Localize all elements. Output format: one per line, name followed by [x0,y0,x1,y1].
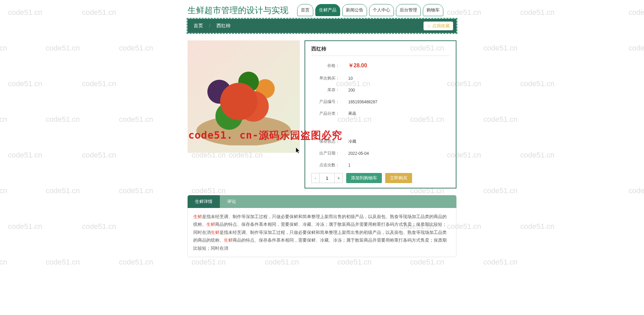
stock-value: 200 [348,88,355,93]
nav-home[interactable]: 首页 [297,4,313,16]
breadcrumb-sep: / [209,23,210,29]
nav-cart[interactable]: 购物车 [423,4,443,16]
clicks-label: 点击次数： [311,162,339,168]
category-label: 产品分类： [311,111,339,116]
keyword: 生鲜 [224,238,233,243]
single-buy-label: 单次购买： [311,75,339,81]
price-value: ￥28.00 [348,62,367,69]
nav-admin[interactable]: 后台管理 [396,4,421,16]
keyword: 生鲜 [206,222,215,227]
header: 生鲜超市管理的设计与实现 首页 生鲜产品 新闻公告 个人中心 后台管理 购物车 [188,0,456,19]
add-to-cart-button[interactable]: 添加到购物车 [346,173,382,183]
product-title: 西红柿 [311,46,450,56]
nav-user[interactable]: 个人中心 [369,4,394,16]
main-nav: 首页 生鲜产品 新闻公告 个人中心 后台管理 购物车 [297,4,443,16]
prod-date-value: 2022-05-04 [348,151,369,156]
nav-news[interactable]: 新闻公告 [342,4,367,16]
breadcrumb-home[interactable]: 首页 [194,23,203,29]
favorite-button[interactable]: ☆ 点我收藏 [424,22,453,30]
storage-label: 保存状态： [311,139,339,144]
favorite-label: 点我收藏 [432,23,450,29]
stock-label: 库存： [311,87,339,93]
product-panel: 西红柿 价格： ￥28.00 单次购买： 10 库存： 200 产品编号： 16… [305,40,456,188]
breadcrumb-current: 西红柿 [216,23,231,29]
qty-plus-button[interactable]: + [334,173,343,183]
product-image [188,40,300,153]
tab-comment[interactable]: 评论 [220,195,243,208]
nav-products[interactable]: 生鲜产品 [315,4,340,16]
detail-body: 生鲜是指未经烹调、制作等深加工过程，只做必要保鲜和简单整理上架而出售的初级产品，… [188,208,456,257]
qty-minus-button[interactable]: - [312,173,320,183]
keyword: 生鲜 [193,214,202,219]
storage-value: 冷藏 [348,139,356,144]
sku-label: 产品编号： [311,99,339,105]
prod-date-label: 出产日期： [311,150,339,156]
qty-input[interactable] [320,173,334,183]
buy-now-button[interactable]: 立即购买 [385,173,412,183]
site-logo: 生鲜超市管理的设计与实现 [188,5,288,16]
sku-value: 1651936488287 [348,100,377,104]
price-label: 价格： [311,63,339,69]
keyword: 生鲜 [211,230,219,235]
tab-detail[interactable]: 生鲜详情 [188,195,220,208]
detail-tabs: 生鲜详情 评论 [188,195,456,208]
star-icon: ☆ [427,24,431,29]
product-area: 西红柿 价格： ￥28.00 单次购买： 10 库存： 200 产品编号： 16… [188,40,456,188]
product-image-content [195,48,292,145]
clicks-value: 1 [348,163,351,168]
breadcrumb: 首页 / 西红柿 ☆ 点我收藏 [188,19,456,33]
single-buy-value: 10 [348,76,353,81]
category-value: 果蔬 [348,111,356,116]
quantity-stepper[interactable]: - + [311,173,343,183]
